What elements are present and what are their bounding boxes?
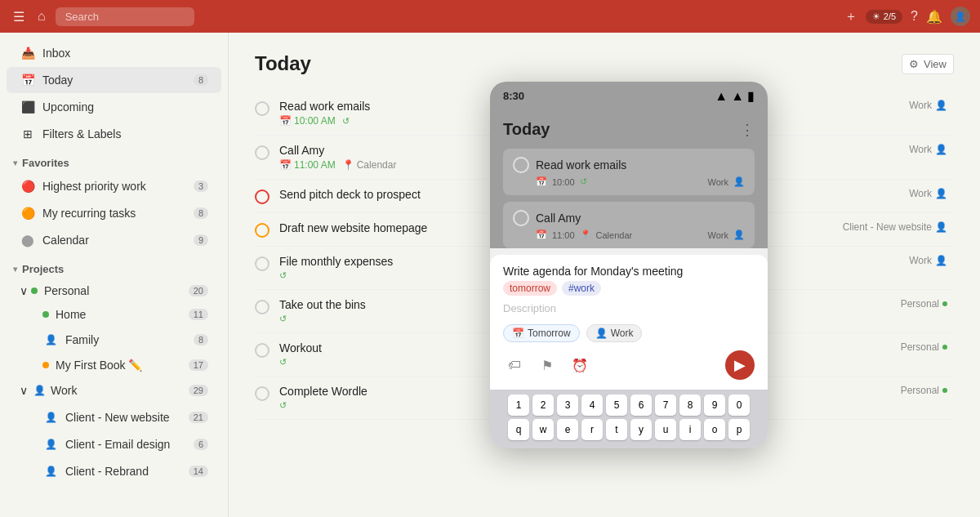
date-work-row: 📅 Tomorrow 👤 Work bbox=[503, 324, 755, 342]
search-input[interactable] bbox=[56, 7, 194, 26]
sidebar-item-today[interactable]: 📅 Today 8 bbox=[7, 67, 221, 93]
sidebar-item-client-email[interactable]: 👤 Client - Email design 6 bbox=[7, 431, 221, 457]
phone-menu-icon[interactable]: ⋮ bbox=[740, 121, 755, 139]
tomorrow-tag[interactable]: tomorrow bbox=[503, 281, 557, 296]
calendar-badge: 9 bbox=[194, 234, 208, 246]
tag-action-btn[interactable]: 🏷 bbox=[503, 354, 526, 377]
task-label-7: Personal bbox=[901, 341, 954, 353]
upcoming-label: Upcoming bbox=[42, 100, 208, 114]
phone-task-2-circle[interactable] bbox=[513, 210, 529, 226]
sidebar-item-inbox[interactable]: 📥 Inbox bbox=[7, 40, 221, 66]
alarm-action-btn[interactable]: ⏰ bbox=[568, 354, 591, 377]
phone-status-bar: 8:30 ▲ ▲ ▮ bbox=[490, 82, 768, 110]
key-o[interactable]: o bbox=[704, 419, 725, 440]
sidebar-item-family[interactable]: 👤 Family 8 bbox=[7, 327, 221, 353]
input-actions: 🏷 ⚑ ⏰ ▶ bbox=[503, 350, 755, 380]
task-time-1: 📅 10:00 AM bbox=[279, 115, 336, 127]
priority-icon: 🔴 bbox=[20, 178, 36, 194]
help-icon[interactable]: ? bbox=[911, 9, 918, 24]
phone-task-2-person: 👤 bbox=[733, 230, 745, 240]
key-2[interactable]: 2 bbox=[532, 394, 554, 416]
key-t[interactable]: t bbox=[606, 419, 627, 440]
home-icon[interactable]: ⌂ bbox=[34, 6, 49, 27]
sidebar-item-client-rebrand[interactable]: 👤 Client - Rebrand 14 bbox=[7, 458, 221, 484]
filters-label: Filters & Labels bbox=[42, 127, 208, 140]
key-w[interactable]: w bbox=[532, 419, 554, 440]
work-chip-icon: 👤 bbox=[595, 328, 608, 339]
phone-task-1-row: Read work emails bbox=[513, 157, 745, 173]
favorites-header[interactable]: ▾ Favorites bbox=[0, 150, 228, 172]
sidebar-item-home[interactable]: Home 11 bbox=[7, 303, 221, 326]
key-7[interactable]: 7 bbox=[655, 394, 676, 416]
work-tag[interactable]: #work bbox=[562, 281, 601, 296]
task-checkbox-6[interactable] bbox=[255, 300, 270, 314]
home-label: Home bbox=[56, 308, 189, 321]
topbar-left: ☰ ⌂ bbox=[10, 6, 194, 28]
phone-task-2-title: Call Amy bbox=[536, 212, 581, 225]
key-6[interactable]: 6 bbox=[630, 394, 652, 416]
key-i[interactable]: i bbox=[679, 419, 701, 440]
key-e[interactable]: e bbox=[557, 419, 578, 440]
key-3[interactable]: 3 bbox=[557, 394, 578, 416]
phone-status-icons: ▲ ▲ ▮ bbox=[715, 88, 755, 104]
menu-icon[interactable]: ☰ bbox=[10, 6, 28, 28]
key-4[interactable]: 4 bbox=[581, 394, 603, 416]
task-checkbox-4[interactable] bbox=[255, 223, 270, 238]
sidebar-item-upcoming[interactable]: ⬛ Upcoming bbox=[7, 94, 221, 120]
sidebar-item-work[interactable]: ∨ 👤 Work 29 bbox=[7, 377, 221, 403]
key-1[interactable]: 1 bbox=[508, 394, 529, 416]
sidebar-item-calendar[interactable]: ⬤ Calendar 9 bbox=[7, 227, 221, 253]
avatar[interactable]: 👤 bbox=[951, 7, 970, 26]
projects-chevron: ▾ bbox=[13, 265, 17, 274]
task-checkbox-8[interactable] bbox=[255, 386, 270, 401]
work-chip[interactable]: 👤 Work bbox=[586, 324, 643, 342]
work-chip-label: Work bbox=[611, 328, 634, 339]
upcoming-icon: ⬛ bbox=[20, 99, 36, 115]
task-checkbox-1[interactable] bbox=[255, 101, 270, 116]
key-q[interactable]: q bbox=[508, 419, 529, 440]
add-icon[interactable]: ＋ bbox=[844, 8, 858, 25]
sidebar-item-recurring[interactable]: 🟠 My recurring tasks 8 bbox=[7, 200, 221, 226]
sidebar-item-highest-priority[interactable]: 🔴 Highest priority work 3 bbox=[7, 173, 221, 199]
task-checkbox-3[interactable] bbox=[255, 189, 270, 204]
family-icon: 👤 bbox=[42, 332, 59, 348]
projects-header[interactable]: ▾ Projects bbox=[0, 256, 228, 279]
bell-icon[interactable]: 🔔 bbox=[926, 9, 942, 25]
phone-task-2-label: Work bbox=[708, 230, 728, 240]
phone-time: 8:30 bbox=[503, 90, 524, 102]
task-label-6: Personal bbox=[901, 298, 954, 310]
filters-icon: ⊞ bbox=[20, 126, 36, 142]
date-chip[interactable]: 📅 Tomorrow bbox=[503, 324, 580, 342]
phone-task-1-circle[interactable] bbox=[513, 157, 529, 173]
task-label-person-3: 👤 bbox=[935, 188, 947, 199]
sidebar-item-filters[interactable]: ⊞ Filters & Labels bbox=[7, 121, 221, 147]
task-calendar-2: 📍 Calendar bbox=[342, 159, 397, 171]
client-rebrand-icon: 👤 bbox=[42, 463, 59, 479]
key-y[interactable]: y bbox=[630, 419, 652, 440]
sidebar-item-firstbook[interactable]: My First Book ✏️ 17 bbox=[7, 354, 221, 377]
work-chevron: ∨ bbox=[20, 384, 28, 397]
flag-action-btn[interactable]: ⚑ bbox=[536, 354, 559, 377]
sidebar-item-personal[interactable]: ∨ Personal 20 bbox=[7, 279, 221, 302]
key-u[interactable]: u bbox=[655, 419, 676, 440]
view-button[interactable]: ⚙ View bbox=[902, 54, 954, 74]
family-label: Family bbox=[65, 333, 194, 346]
keyboard: 1 2 3 4 5 6 7 8 9 0 q w e r t y bbox=[490, 390, 768, 448]
topbar: ☰ ⌂ ＋ ☀ 2/5 ? 🔔 👤 bbox=[0, 0, 980, 33]
key-0[interactable]: 0 bbox=[728, 394, 750, 416]
send-button[interactable]: ▶ bbox=[725, 350, 755, 380]
sidebar-item-client-new[interactable]: 👤 Client - New website 21 bbox=[7, 404, 221, 430]
input-description-placeholder[interactable]: Description bbox=[503, 302, 755, 314]
task-checkbox-5[interactable] bbox=[255, 256, 270, 271]
task-checkbox-7[interactable] bbox=[255, 343, 270, 358]
task-label-text-3: Work bbox=[909, 188, 932, 199]
key-8[interactable]: 8 bbox=[679, 394, 701, 416]
input-text: Write agenda for Monday's meeting bbox=[503, 265, 755, 278]
key-9[interactable]: 9 bbox=[704, 394, 725, 416]
key-5[interactable]: 5 bbox=[606, 394, 627, 416]
client-email-badge: 6 bbox=[194, 439, 208, 450]
key-r[interactable]: r bbox=[581, 419, 603, 440]
task-checkbox-2[interactable] bbox=[255, 145, 270, 160]
firstbook-label: My First Book ✏️ bbox=[56, 359, 189, 372]
key-p[interactable]: p bbox=[728, 419, 750, 440]
